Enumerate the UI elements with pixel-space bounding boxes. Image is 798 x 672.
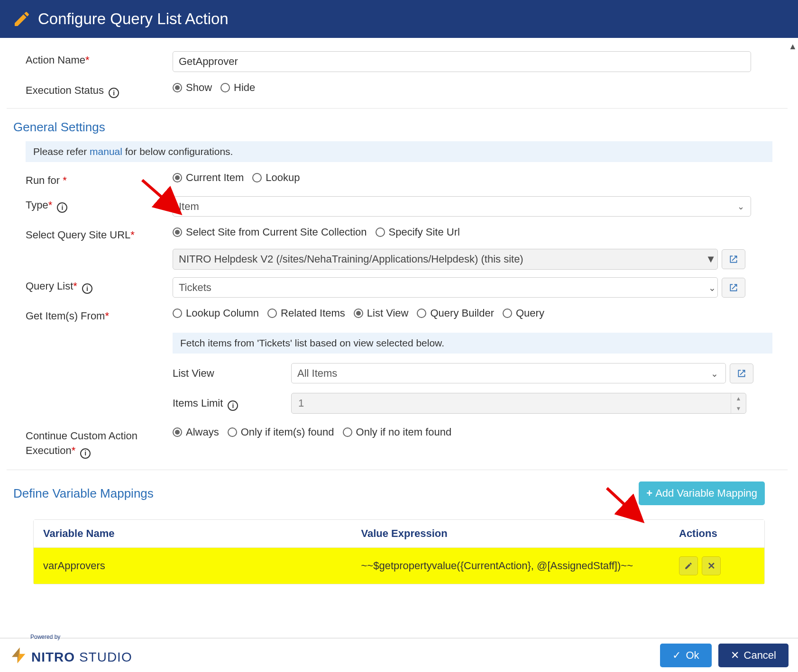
list-view-select[interactable]: All Items (291, 363, 726, 383)
ok-button[interactable]: ✓ Ok (660, 644, 711, 667)
manual-link[interactable]: manual (90, 146, 122, 157)
row-site-select: NITRO Helpdesk V2 (/sites/NehaTraining/A… (7, 246, 791, 272)
label-get-items-from: Get Item(s) From* (26, 307, 173, 322)
spin-down[interactable]: ▼ (731, 403, 746, 413)
radio-only-found[interactable]: Only if item(s) found (228, 426, 334, 438)
row-execution-status: Execution Status i Show Hide (7, 77, 791, 101)
dialog-title: Configure Query List Action (38, 10, 229, 28)
radio-site-collection[interactable]: Select Site from Current Site Collection (173, 226, 367, 238)
radio-lookup[interactable]: Lookup (252, 172, 300, 184)
spin-up[interactable]: ▲ (731, 393, 746, 403)
scroll-up-icon: ▲ (789, 42, 797, 52)
items-limit-input (292, 393, 731, 413)
row-run-for: Run for * Current Item Lookup (7, 167, 791, 191)
label-execution-status: Execution Status i (26, 82, 173, 97)
row-type: Type* i Item ⌄ (7, 191, 791, 221)
cancel-button[interactable]: ✕ Cancel (718, 644, 789, 667)
row-items-limit: Items Limit i ▲ ▼ (173, 388, 772, 418)
section-general-settings: General Settings (7, 115, 791, 138)
label-continue-exec: Continue Custom Action Execution* i (26, 426, 173, 458)
label-type: Type* i (26, 196, 173, 211)
label-query-list: Query List* i (26, 277, 173, 292)
label-action-name: Action Name* (26, 51, 173, 66)
open-view-button[interactable] (730, 363, 753, 383)
info-icon[interactable]: i (57, 202, 67, 213)
type-select[interactable]: Item (173, 196, 751, 217)
dialog-content: Action Name* Execution Status i Show Hid… (0, 38, 798, 638)
col-variable-name: Variable Name (34, 520, 352, 548)
info-icon[interactable]: i (109, 88, 119, 98)
dialog-header: Configure Query List Action (0, 0, 798, 38)
info-icon[interactable]: i (80, 448, 91, 459)
label-list-view: List View (173, 367, 291, 380)
radio-list-view[interactable]: List View (354, 307, 409, 319)
action-name-input[interactable] (173, 51, 751, 72)
row-site-url: Select Query Site URL* Select Site from … (7, 221, 791, 246)
divider (7, 470, 791, 470)
cell-value-expression: ~~$getpropertyvalue({CurrentAction}, @[A… (352, 548, 670, 584)
col-value-expression: Value Expression (352, 520, 670, 548)
cell-actions: ✕ (670, 548, 764, 584)
general-settings-banner: Please refer manual for below configurat… (26, 141, 772, 162)
open-site-button[interactable] (722, 249, 745, 269)
row-list-view: List View All Items ⌄ (173, 358, 772, 388)
radio-specify-url[interactable]: Specify Site Url (376, 226, 460, 238)
radio-query[interactable]: Query (503, 307, 544, 319)
radio-query-builder[interactable]: Query Builder (417, 307, 494, 319)
delete-mapping-button[interactable]: ✕ (702, 556, 721, 575)
plus-icon: + (646, 487, 652, 499)
close-icon: ✕ (731, 649, 739, 662)
fetch-info-banner: Fetch items from 'Tickets' list based on… (173, 333, 772, 354)
radio-only-not-found[interactable]: Only if no item found (343, 426, 452, 438)
items-limit-spinner[interactable]: ▲ ▼ (291, 393, 746, 414)
radio-current-item[interactable]: Current Item (173, 172, 244, 184)
site-select[interactable]: NITRO Helpdesk V2 (/sites/NehaTraining/A… (173, 249, 718, 270)
label-run-for: Run for * (26, 172, 173, 187)
chevron-down-icon: ⌄ (711, 368, 718, 379)
check-icon: ✓ (672, 649, 681, 662)
dialog-footer: Powered by NITRO STUDIO ✓ Ok ✕ Cancel (0, 638, 798, 672)
radio-show[interactable]: Show (173, 82, 212, 94)
table-row: varApprovers ~~$getpropertyvalue({Curren… (34, 548, 764, 584)
row-fetch-banner: Fetch items from 'Tickets' list based on… (7, 327, 791, 421)
col-actions: Actions (670, 520, 764, 548)
divider (7, 108, 791, 109)
add-variable-mapping-button[interactable]: + Add Variable Mapping (639, 481, 765, 505)
radio-related-items[interactable]: Related Items (267, 307, 345, 319)
caret-down-icon: ▼ (706, 253, 716, 265)
row-action-name: Action Name* (7, 46, 791, 77)
label-items-limit: Items Limit i (173, 397, 291, 409)
chevron-down-icon: ⌄ (708, 282, 716, 293)
table-header: Variable Name Value Expression Actions (34, 520, 764, 548)
info-icon[interactable]: i (82, 283, 92, 294)
configure-icon (12, 9, 31, 28)
scrollbar[interactable]: ▲ (788, 38, 798, 638)
info-icon[interactable]: i (228, 400, 238, 411)
mappings-title: Define Variable Mappings (13, 481, 160, 505)
row-get-items-from: Get Item(s) From* Lookup Column Related … (7, 302, 791, 327)
query-list-select[interactable]: Tickets (173, 277, 718, 298)
section-variable-mappings: Define Variable Mappings + Add Variable … (7, 477, 791, 510)
radio-always[interactable]: Always (173, 426, 219, 438)
row-query-list: Query List* i Tickets ⌄ (7, 272, 791, 302)
brand-logo: Powered by NITRO STUDIO (9, 646, 132, 665)
open-list-button[interactable] (722, 278, 745, 298)
mappings-table: Variable Name Value Expression Actions v… (33, 519, 765, 584)
radio-hide[interactable]: Hide (220, 82, 255, 94)
row-continue-exec: Continue Custom Action Execution* i Alwa… (7, 421, 791, 463)
label-site-url: Select Query Site URL* (26, 226, 173, 241)
radio-lookup-column[interactable]: Lookup Column (173, 307, 259, 319)
cell-variable-name: varApprovers (34, 548, 352, 584)
edit-mapping-button[interactable] (679, 556, 698, 575)
